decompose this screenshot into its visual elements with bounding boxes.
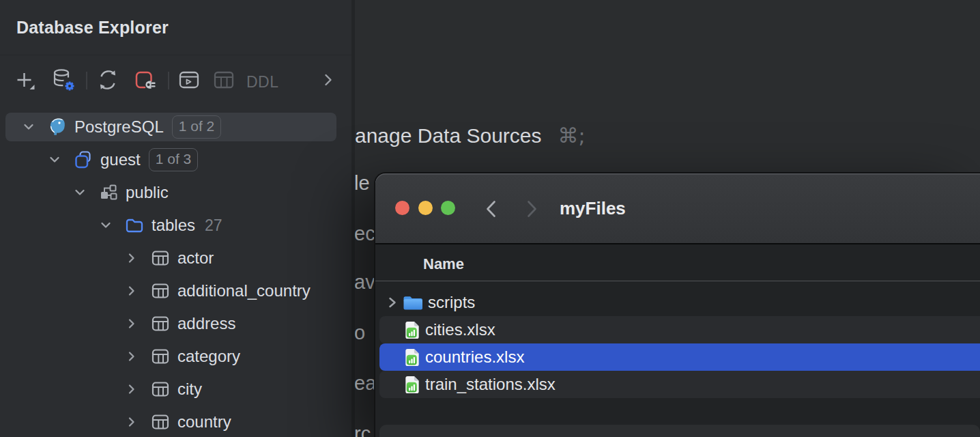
background-text-fragment: ec <box>354 223 375 245</box>
table-icon <box>150 379 171 399</box>
file-name: scripts <box>428 293 475 312</box>
toolbar: DDL <box>0 55 351 106</box>
chevron-right-icon[interactable] <box>124 349 139 364</box>
tree-item-category[interactable]: category <box>0 340 351 373</box>
chevron-right-icon[interactable] <box>124 382 139 397</box>
table-icon <box>150 281 171 301</box>
tree-item-city[interactable]: city <box>0 373 351 406</box>
tree-item-label: additional_country <box>177 281 311 300</box>
tree-item-label: tables <box>152 216 195 235</box>
excel-file-icon <box>404 375 420 395</box>
background-menu-item: anage Data Sources⌘; <box>355 124 586 147</box>
chevron-right-icon <box>320 72 336 88</box>
chevron-down-icon[interactable] <box>47 152 62 167</box>
database-tree: PostgreSQL 1 of 2 guest 1 of 3 <box>0 111 351 437</box>
table-icon <box>150 346 171 367</box>
chevron-down-icon[interactable] <box>21 119 36 135</box>
table-view-button[interactable] <box>211 67 237 93</box>
toolbar-separator <box>168 72 169 89</box>
console-play-icon <box>177 68 201 92</box>
name-column-header[interactable]: Name <box>423 255 464 273</box>
query-console-button[interactable] <box>176 67 202 93</box>
file-dialog: myFiles Name scripts <box>375 173 980 437</box>
chevron-down-icon[interactable] <box>72 185 87 200</box>
tree-item-actor[interactable]: actor <box>0 242 351 274</box>
ddl-button[interactable]: DDL <box>246 73 279 91</box>
toolbar-more-button[interactable] <box>315 67 341 93</box>
chevron-left-icon <box>485 199 497 218</box>
file-row-countries[interactable]: countries.xlsx <box>379 343 980 371</box>
excel-file-icon <box>404 348 420 367</box>
folder-icon <box>124 215 145 236</box>
list-column-header[interactable]: Name <box>375 246 980 281</box>
dialog-bottom-panel <box>379 425 980 437</box>
file-name: cities.xlsx <box>425 320 495 339</box>
tree-item-label: country <box>177 412 231 432</box>
chevron-down-icon[interactable] <box>98 218 113 233</box>
tree-item-label: city <box>177 380 202 399</box>
screen: anage Data Sources⌘; le ec av o ea rc Da… <box>0 0 980 437</box>
file-list: scripts cities.xlsx <box>375 282 980 398</box>
dialog-titlebar[interactable]: myFiles <box>375 173 980 244</box>
toolbar-separator <box>86 72 87 89</box>
refresh-icon <box>96 68 120 92</box>
forward-button[interactable] <box>526 199 538 219</box>
close-button[interactable] <box>395 201 409 215</box>
table-icon <box>150 412 171 432</box>
panel-divider[interactable] <box>351 0 355 437</box>
file-name: train_stations.xlsx <box>425 375 556 394</box>
tree-item-label: address <box>177 314 235 333</box>
data-source-settings-icon <box>51 67 76 93</box>
chevron-right-icon[interactable] <box>124 414 139 429</box>
minimize-button[interactable] <box>418 201 433 215</box>
background-text-fragment: ea <box>354 372 375 395</box>
background-text-fragment: av <box>354 271 375 294</box>
tree-item-country[interactable]: country <box>0 406 351 437</box>
tree-item-label: guest <box>100 150 141 169</box>
file-row-scripts[interactable]: scripts <box>379 289 980 316</box>
tree-item-label: PostgreSQL <box>74 117 164 137</box>
background-text-fragment: rc <box>354 423 375 437</box>
panel-title: Database Explorer <box>16 18 169 38</box>
excel-file-icon <box>404 320 420 340</box>
disclosure-chevron-icon[interactable] <box>387 296 398 309</box>
postgresql-icon <box>47 117 68 137</box>
tree-item-address[interactable]: address <box>0 307 351 340</box>
disconnect-button[interactable] <box>131 67 157 93</box>
tree-item-postgresql[interactable]: PostgreSQL 1 of 2 <box>0 111 351 143</box>
table-icon <box>150 248 171 268</box>
tree-item-label: public <box>126 183 169 202</box>
item-count: 27 <box>205 216 222 235</box>
tree-item-additional-country[interactable]: additional_country <box>0 274 351 307</box>
file-row-cities[interactable]: cities.xlsx <box>379 316 980 343</box>
folder-icon <box>403 294 423 311</box>
chevron-right-icon[interactable] <box>124 283 139 298</box>
background-text-fragment: le <box>354 172 375 195</box>
table-icon <box>150 313 171 334</box>
schema-icon <box>98 182 119 203</box>
chevron-right-icon[interactable] <box>124 251 139 266</box>
plus-icon <box>13 68 36 91</box>
tree-item-tables[interactable]: tables 27 <box>0 209 351 242</box>
back-button[interactable] <box>485 199 498 219</box>
add-button[interactable] <box>12 67 38 93</box>
tree-item-public[interactable]: public <box>0 176 351 209</box>
file-row-train-stations[interactable]: train_stations.xlsx <box>379 371 980 398</box>
database-explorer-panel: Database Explorer <box>0 0 351 437</box>
tree-item-label: category <box>177 347 240 366</box>
refresh-button[interactable] <box>95 67 121 93</box>
background-text-fragment: o <box>354 322 375 344</box>
chevron-right-icon <box>526 199 538 218</box>
zoom-button[interactable] <box>441 201 455 215</box>
chevron-right-icon[interactable] <box>124 316 139 331</box>
disconnect-icon <box>131 67 157 93</box>
table-view-icon <box>212 68 236 92</box>
menu-shortcut: ⌘; <box>558 124 586 147</box>
selection-badge: 1 of 3 <box>149 148 199 171</box>
data-source-properties-button[interactable] <box>51 67 76 93</box>
database-icon <box>73 150 93 170</box>
tree-item-label: actor <box>177 249 214 268</box>
dialog-title: myFiles <box>560 198 626 219</box>
menu-item-text: anage Data Sources <box>355 124 542 147</box>
tree-item-guest[interactable]: guest 1 of 3 <box>0 143 351 176</box>
